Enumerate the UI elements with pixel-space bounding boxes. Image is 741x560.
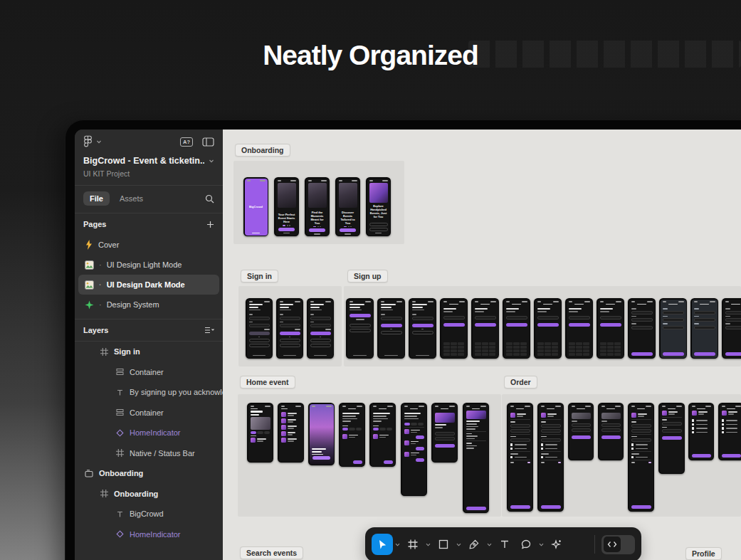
- phone-mockup-home[interactable]: [247, 403, 273, 463]
- section-label-sign-up[interactable]: Sign up: [347, 270, 388, 282]
- layer-item-by-signing-up-you-acknowled[interactable]: By signing up you acknowled: [75, 382, 223, 403]
- add-page-icon[interactable]: [206, 221, 214, 228]
- page-item-design-system[interactable]: ·Design System: [75, 295, 223, 315]
- figma-logo-icon[interactable]: [83, 135, 93, 148]
- phone-mockup-signin-a[interactable]: [246, 298, 273, 359]
- phone-screen: [379, 300, 404, 358]
- phone-mockup-order-med[interactable]: [658, 403, 685, 474]
- page-item-ui-design-dark-mode[interactable]: ·UI Design Dark Mode: [78, 275, 219, 295]
- phone-mockup-detail[interactable]: [369, 403, 396, 467]
- comment-tool-dropdown[interactable]: [537, 534, 546, 555]
- shape-tool-dropdown[interactable]: [454, 534, 463, 555]
- phone-screen: [567, 300, 592, 358]
- section-label-order[interactable]: Order: [504, 376, 537, 389]
- phone-mockup-signin-b[interactable]: [307, 298, 334, 359]
- phone-mockup-ticket-tall[interactable]: [463, 403, 489, 513]
- layer-item-sign-in[interactable]: Sign in: [75, 342, 223, 362]
- phone-mockup-poster[interactable]: [308, 403, 335, 465]
- dev-mode-toggle[interactable]: [601, 535, 635, 554]
- phone-mockup-checkout[interactable]: [507, 403, 533, 512]
- tab-file[interactable]: File: [83, 191, 110, 206]
- layer-item-onboarding[interactable]: Onboarding: [75, 463, 223, 484]
- move-tool-dropdown[interactable]: [393, 534, 402, 555]
- phone-mockup-payment[interactable]: [568, 403, 594, 460]
- phone-screen: [569, 404, 593, 460]
- page-item-ui-design-light-mode[interactable]: ·UI Design Light Mode: [75, 255, 223, 275]
- frame-tool[interactable]: [402, 534, 424, 555]
- phone-mockup-profile-light[interactable]: [659, 298, 687, 359]
- section-label-home-event[interactable]: Home event: [240, 376, 295, 389]
- phone-mockup-keypad[interactable]: [471, 298, 499, 359]
- green-star-icon: [85, 300, 94, 310]
- phone-mockup-splash[interactable]: BigCrowd: [243, 177, 268, 236]
- design-canvas[interactable]: OnboardingBigCrowdYour Perfect Event Sta…: [223, 130, 741, 560]
- phone-mockup-onboard[interactable]: Find the Moments Meant for You: [305, 177, 330, 236]
- section-label-sign-in[interactable]: Sign in: [241, 270, 278, 282]
- page-item-cover[interactable]: Cover: [75, 235, 223, 255]
- phone-mockup-checkout[interactable]: [628, 403, 654, 512]
- phone-mockup-keypad[interactable]: [534, 298, 562, 359]
- layers-list: Sign inContainerBy signing up you acknow…: [75, 342, 223, 560]
- move-tool[interactable]: [372, 534, 393, 555]
- phone-mockup-toggles[interactable]: [688, 403, 714, 460]
- lightning-icon: [85, 240, 93, 250]
- phone-mockup-detail-tall[interactable]: [401, 403, 427, 496]
- phone-mockup-su-b[interactable]: [377, 298, 405, 359]
- phone-screen: [629, 300, 655, 358]
- toolbar-divider: [594, 535, 595, 554]
- pen-tool[interactable]: [463, 534, 485, 555]
- page-label: UI Design Light Mode: [107, 260, 182, 269]
- layer-item-container[interactable]: Container: [75, 362, 223, 383]
- section-label-search-events[interactable]: Search events: [240, 546, 303, 559]
- page-label: Cover: [98, 241, 119, 249]
- phone-mockup-profile[interactable]: [628, 298, 656, 359]
- phone-mockup-keypad[interactable]: [565, 298, 593, 359]
- layers-options-icon[interactable]: [204, 326, 214, 334]
- phone-screen: [660, 404, 684, 473]
- layer-item-bigcrowd[interactable]: BigCrowd: [75, 504, 223, 524]
- text-layer-icon: [116, 510, 124, 518]
- phone-mockup-keypad[interactable]: [503, 298, 530, 359]
- phone-screen: [723, 300, 741, 358]
- phone-mockup-list[interactable]: [278, 403, 304, 463]
- frame-layer-icon: [100, 490, 108, 497]
- chevron-down-icon[interactable]: [96, 139, 102, 144]
- shape-tool[interactable]: [433, 534, 454, 555]
- layer-label: Container: [130, 368, 164, 376]
- project-title-row[interactable]: BigCrowd - Event & ticketin...: [75, 149, 223, 166]
- phone-mockup-onboard[interactable]: Your Perfect Event Starts Here: [274, 177, 299, 236]
- layer-item-onboarding[interactable]: Onboarding: [75, 484, 223, 504]
- actions-tool[interactable]: [546, 534, 567, 555]
- phone-mockup-payment[interactable]: [598, 403, 624, 460]
- section-label-onboarding[interactable]: Onboarding: [235, 144, 290, 157]
- layer-item-container[interactable]: Container: [75, 403, 223, 423]
- phone-mockup-su-a[interactable]: [346, 298, 374, 359]
- frame-tool-dropdown[interactable]: [424, 534, 433, 555]
- phone-mockup-toggles[interactable]: [718, 403, 741, 460]
- chevron-down-icon[interactable]: [209, 158, 214, 164]
- tab-assets[interactable]: Assets: [120, 194, 143, 203]
- phone-mockup-keypad[interactable]: [440, 298, 468, 359]
- layer-item-native-status-bar[interactable]: Native / Status Bar: [75, 443, 223, 464]
- pen-tool-dropdown[interactable]: [485, 534, 494, 555]
- layer-item-homeindicator[interactable]: HomeIndicator: [75, 524, 223, 545]
- phone-mockup-onboard[interactable]: Discover Events Tailored to You: [335, 177, 360, 236]
- component-layer-icon: [116, 429, 124, 437]
- phone-mockup-profile[interactable]: [722, 298, 741, 359]
- phone-mockup-detail[interactable]: [339, 403, 365, 467]
- layer-item-homeindicator[interactable]: HomeIndicator: [75, 423, 223, 443]
- phone-mockup-su-b[interactable]: [409, 298, 436, 359]
- phone-mockup-signin-b[interactable]: [276, 298, 303, 359]
- search-icon[interactable]: [205, 194, 214, 204]
- phone-mockup-onboard2[interactable]: Explore Handpicked Events, Just for You: [366, 177, 391, 236]
- text-tool[interactable]: [494, 534, 515, 555]
- section-label-profile[interactable]: Profile: [685, 547, 722, 560]
- phone-mockup-checkout[interactable]: [537, 403, 564, 512]
- phone-mockup-detail-btn[interactable]: [431, 403, 458, 463]
- a-question-badge[interactable]: A?: [180, 137, 193, 147]
- phone-screen: [371, 404, 395, 466]
- phone-mockup-keypad[interactable]: [597, 298, 624, 359]
- toggle-panel-icon[interactable]: [202, 137, 214, 147]
- comment-tool[interactable]: [515, 534, 537, 555]
- phone-mockup-profile-light[interactable]: [690, 298, 718, 359]
